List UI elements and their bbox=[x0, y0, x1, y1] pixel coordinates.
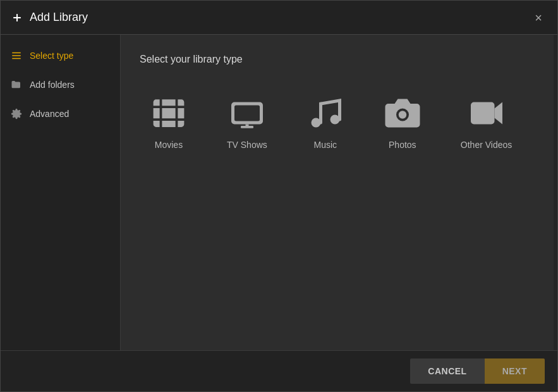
video-icon bbox=[468, 94, 506, 132]
dialog-body: Select type Add folders Advanced Select … bbox=[1, 35, 557, 350]
sidebar-item-label: Add folders bbox=[30, 80, 75, 90]
sidebar: Select type Add folders Advanced bbox=[1, 35, 121, 350]
next-button[interactable]: NEXT bbox=[485, 358, 545, 384]
folder-icon bbox=[11, 79, 22, 90]
svg-rect-12 bbox=[234, 106, 260, 121]
scrollbar-track bbox=[554, 35, 557, 350]
svg-rect-14 bbox=[245, 125, 248, 128]
main-heading: Select your library type bbox=[140, 54, 538, 65]
library-type-label: Movies bbox=[155, 140, 183, 150]
camera-icon bbox=[384, 94, 422, 132]
library-type-label: TV Shows bbox=[227, 140, 267, 150]
library-type-tv-shows[interactable]: TV Shows bbox=[217, 88, 277, 156]
library-type-music[interactable]: Music bbox=[296, 88, 355, 156]
svg-rect-19 bbox=[471, 102, 495, 125]
list-icon bbox=[11, 50, 22, 61]
close-button[interactable]: × bbox=[530, 9, 547, 27]
library-types-grid: Movies TV Shows bbox=[140, 88, 538, 156]
gear-icon bbox=[11, 108, 22, 119]
music-icon bbox=[306, 94, 344, 132]
svg-point-15 bbox=[311, 118, 320, 128]
tv-icon bbox=[228, 94, 266, 132]
plus-icon bbox=[11, 11, 23, 24]
dialog-title: Add Library bbox=[30, 11, 88, 24]
film-icon bbox=[150, 94, 188, 132]
sidebar-item-add-folders[interactable]: Add folders bbox=[1, 70, 120, 99]
sidebar-item-label: Select type bbox=[30, 51, 73, 61]
footer: CANCEL NEXT bbox=[1, 350, 557, 391]
library-type-other-videos[interactable]: Other Videos bbox=[451, 88, 522, 156]
sidebar-item-label: Advanced bbox=[30, 109, 69, 119]
sidebar-item-select-type[interactable]: Select type bbox=[1, 41, 120, 70]
sidebar-item-advanced[interactable]: Advanced bbox=[1, 99, 120, 128]
svg-marker-20 bbox=[494, 102, 502, 125]
add-library-dialog: Add Library × Select type Add folders bbox=[0, 0, 558, 392]
library-type-label: Other Videos bbox=[461, 140, 512, 150]
main-content: Select your library type Movies bbox=[121, 35, 557, 350]
library-type-movies[interactable]: Movies bbox=[140, 88, 198, 156]
title-bar: Add Library × bbox=[1, 1, 557, 35]
title-bar-left: Add Library bbox=[11, 11, 88, 24]
library-type-label: Music bbox=[314, 140, 337, 150]
cancel-button[interactable]: CANCEL bbox=[410, 358, 484, 384]
library-type-photos[interactable]: Photos bbox=[373, 88, 432, 156]
svg-point-16 bbox=[330, 115, 339, 125]
library-type-label: Photos bbox=[389, 140, 416, 150]
svg-point-18 bbox=[399, 111, 407, 119]
svg-rect-5 bbox=[153, 99, 185, 128]
